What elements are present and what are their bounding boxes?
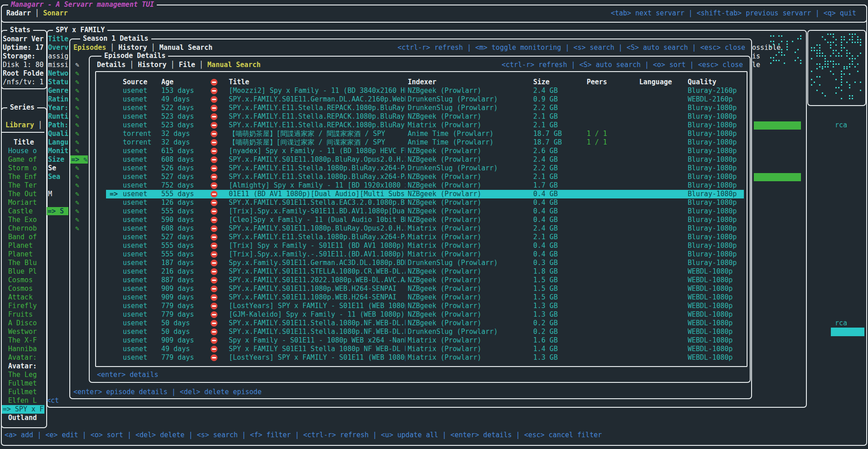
poster-art-dot (833, 50, 834, 51)
no-entry-icon (211, 138, 220, 147)
cell-peers (587, 198, 634, 207)
poster-art-dot (835, 50, 837, 51)
search-result-row[interactable]: usenet49 daysSPY x FAMILY S01E11 Stella … (0, 345, 868, 353)
tab-episodes[interactable]: Episodes (73, 43, 106, 52)
search-result-row[interactable]: usenet909 daysSpy x Family - S01E11 - 10… (0, 336, 868, 345)
search-result-row[interactable]: usenet752 days[Almighty] Spy x Family - … (0, 181, 868, 190)
cell-peers (587, 155, 634, 164)
poster-art-dot (784, 63, 785, 64)
series-list-item[interactable]: Avatar: (8, 362, 44, 371)
cell-source: usenet (123, 224, 159, 233)
search-result-row[interactable]: usenet779 days[LostYears] SPY x FAMILY -… (0, 302, 868, 310)
cell-language (639, 285, 685, 293)
search-result-row[interactable]: usenet49 daysSPY.x.FAMILY.S01E11.German.… (0, 95, 868, 104)
poster-art-dot (819, 76, 820, 77)
no-entry-icon (211, 302, 220, 310)
tab-history[interactable]: History (118, 43, 147, 52)
poster-art-dot (819, 66, 820, 68)
series-list-item[interactable]: Elfen L (8, 396, 44, 405)
managarr-app: Managarr - A Servarr management TUI Rada… (0, 0, 868, 449)
search-result-row[interactable]: usenet126 daysSPY.X.FAMILY.S01E11.Stella… (0, 198, 868, 207)
poster-art-dot (833, 34, 834, 35)
search-result-row[interactable]: usenet608 daysSPY.x.FAMILY.S01E11.1080p.… (0, 155, 868, 164)
no-entry-icon (211, 345, 220, 353)
search-result-row[interactable]: usenet555 days[Trix].Spy.x.Family-S01E11… (0, 207, 868, 216)
search-result-row[interactable]: usenet527 daysSPY.x.FAMILY.E11.Stella.10… (0, 233, 868, 241)
search-result-row[interactable]: usenet187 daysSpy.x.Family.S01E11.German… (0, 259, 868, 267)
cell-language (639, 345, 685, 353)
search-result-row[interactable]: =>usenet555 days01E11 (BD AV1 1080p)[Dua… (0, 190, 868, 198)
cell-size: 2.2 GB (533, 164, 583, 173)
series-list-item[interactable]: => SPY x F (3, 405, 44, 414)
cell-size: 1.3 GB (533, 310, 583, 319)
poster-art-dot (835, 55, 837, 57)
pencil-icon: ✎ (75, 69, 79, 78)
search-result-row[interactable]: usenet887 daysSPY.x.FAMILY.S01E11.2022.1… (0, 276, 868, 285)
cell-peers (587, 173, 634, 181)
poster-art-dot (860, 39, 861, 40)
cell-indexer: NZBgeek (Prowlarr) (408, 267, 530, 276)
tab-manual-search[interactable]: Manual Search (159, 43, 212, 52)
cell-size: 1.8 GB (533, 267, 583, 276)
poster-art-dot (860, 53, 861, 54)
cell-indexer: DrunkenSlug (Prowlarr) (408, 104, 530, 112)
series-list-item[interactable]: Fullmet (8, 379, 44, 388)
tab-sonarr[interactable]: Sonarr (43, 9, 68, 17)
search-result-row[interactable]: usenet779 days[GJM-Kaleido] Spy x Family… (0, 310, 868, 319)
search-result-row[interactable]: usenet523 daysSPY.x.FAMILY.E11.Stella.RE… (0, 121, 868, 130)
season-progress-bar (754, 173, 801, 181)
cell-language (639, 104, 685, 112)
cell-age: 32 days (161, 130, 207, 138)
search-result-row[interactable]: usenet153 days[Moozzi2] Spy x Family - 1… (0, 87, 868, 95)
search-result-row[interactable]: usenet527 daysSPY.x.FAMILY.E11.Stella.10… (0, 173, 868, 181)
cell-indexer: DrunkenSlug (Prowlarr) (408, 328, 530, 336)
cell-peers (587, 310, 634, 319)
search-result-row[interactable]: usenet608 daysSPY.x.FAMILY.S01E11.1080p.… (0, 224, 868, 233)
cell-source: usenet (123, 147, 159, 155)
search-result-row[interactable]: usenet555 days[Trix] Spy x Family - S01E… (0, 241, 868, 250)
cell-age: 527 days (161, 173, 207, 181)
tab-manual-search[interactable]: Manual Search (207, 61, 260, 69)
tab-divider: │ (195, 61, 207, 69)
poster-art-dot (773, 41, 774, 42)
search-result-row[interactable]: usenet615 days[nyadex] Spy x Family - 11… (0, 147, 868, 155)
series-list-item[interactable]: Outland (8, 414, 44, 422)
cell-title: [Trix].Spy.x.Family.-.S01E11.(BD.AV1.108… (229, 250, 405, 259)
series-list-item[interactable]: The Leg (8, 371, 44, 379)
search-result-row[interactable]: torrent32 days【喵萌奶茶屋】[間諜過家家 / 間諜家家酒 / SP… (0, 130, 868, 138)
poster-art-dot (816, 50, 818, 51)
tab-details[interactable]: Details (97, 61, 125, 69)
search-result-row[interactable]: usenet590 days[Cleo]Spy x Family - 11 (D… (0, 216, 868, 224)
overview-text-fragment: is (752, 52, 760, 61)
poster-art-dot (852, 95, 853, 97)
poster-art-dot (841, 50, 842, 51)
search-result-row[interactable]: usenet50 daysSPY.x.FAMILY.S01E11.Stella.… (0, 319, 868, 328)
search-result-row[interactable]: usenet216 daysSPY.x.FAMILY.S01E11.STELLA… (0, 267, 868, 276)
column-header-peers: Peers (587, 78, 634, 87)
episode-details-title: Episode Details (101, 52, 168, 60)
cell-source: usenet (123, 207, 159, 216)
search-result-row[interactable]: torrent32 days【喵萌奶茶屋】[间谍过家家 / 间谍家家酒 / SP… (0, 138, 868, 147)
cell-indexer: NZBgeek (Prowlarr) (408, 87, 530, 95)
search-result-row[interactable]: usenet522 daysSPY.x.FAMILY.E11.Stella.RE… (0, 104, 868, 112)
poster-art-dot (841, 84, 842, 86)
search-result-row[interactable]: usenet909 daysSPY.x.FAMILY.S01E11.1080p.… (0, 285, 868, 293)
search-result-row[interactable]: usenet909 daysSPY.x.FAMILY.S01E11.1080p.… (0, 293, 868, 302)
tab-radarr[interactable]: Radarr (6, 9, 31, 17)
series-list-item[interactable]: Fullmet (8, 388, 44, 396)
search-result-row[interactable]: usenet50 daysSPY.x.FAMILY.S01E11.Stella.… (0, 328, 868, 336)
cell-size: 18.7 GB (533, 138, 583, 147)
search-result-row[interactable]: usenet555 days[Trix].Spy.x.Family.-.S01E… (0, 250, 868, 259)
poster-art-dot (770, 63, 772, 64)
tab-file[interactable]: File (179, 61, 195, 69)
poster-art-dot (852, 98, 853, 99)
poster-art-dot (849, 58, 850, 59)
search-result-row[interactable]: usenet523 daysSPY.x.FAMILY.E11.Stella.RE… (0, 112, 868, 121)
cell-size: 2.2 GB (533, 104, 583, 112)
tab-history[interactable]: History (138, 61, 166, 69)
cell-peers (587, 164, 634, 173)
cell-size: 0.4 GB (533, 216, 583, 224)
search-result-row[interactable]: usenet779 days[LostYears] SPY x FAMILY -… (0, 353, 868, 362)
cell-title: [Trix] Spy x Family - S01E11 (BD AV1 108… (229, 241, 405, 250)
search-result-row[interactable]: usenet526 daysSPY.x.FAMILY.E11.Stella.10… (0, 164, 868, 173)
